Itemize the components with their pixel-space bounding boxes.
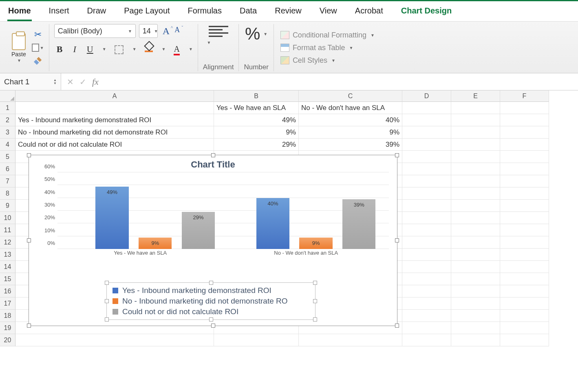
- legend-item[interactable]: No - Inbound marketing did not demonstra…: [113, 296, 309, 306]
- tab-review[interactable]: Review: [274, 4, 302, 21]
- cell[interactable]: [402, 236, 451, 249]
- cell[interactable]: [402, 163, 451, 175]
- cell[interactable]: [451, 310, 500, 322]
- row-header[interactable]: 1: [0, 102, 15, 114]
- italic-button[interactable]: I: [71, 43, 79, 55]
- decrease-font-button[interactable]: Aˇ: [173, 25, 181, 37]
- font-name-select[interactable]: Calibri (Body) ▼: [54, 24, 136, 38]
- cell[interactable]: [451, 224, 500, 236]
- tab-formulas[interactable]: Formulas: [187, 4, 223, 21]
- cell-A2[interactable]: Yes - Inbound marketing demonstrated ROI: [15, 114, 214, 126]
- cell-E3[interactable]: [451, 126, 500, 139]
- cell[interactable]: [451, 249, 500, 261]
- number-format-button[interactable]: % ▼: [245, 24, 267, 44]
- copy-button[interactable]: ▼: [32, 42, 44, 53]
- cell[interactable]: [451, 297, 500, 310]
- resize-handle[interactable]: [105, 299, 109, 303]
- row-header[interactable]: 7: [0, 175, 15, 187]
- cell-D2[interactable]: [402, 114, 451, 126]
- cell-B2[interactable]: 49%: [214, 114, 299, 126]
- cell[interactable]: [500, 163, 549, 175]
- cell[interactable]: [500, 273, 549, 285]
- cell[interactable]: [15, 334, 214, 346]
- chart-legend[interactable]: Yes - Inbound marketing demonstrated ROI…: [106, 282, 315, 320]
- cell-C4[interactable]: 39%: [299, 139, 402, 151]
- tab-insert[interactable]: Insert: [48, 4, 70, 21]
- col-header-C[interactable]: C: [299, 90, 402, 102]
- row-header[interactable]: 4: [0, 139, 15, 151]
- tab-page-layout[interactable]: Page Layout: [123, 4, 170, 21]
- tab-data[interactable]: Data: [239, 4, 258, 21]
- cell[interactable]: [500, 310, 549, 322]
- name-box-stepper[interactable]: ▲▼: [53, 79, 57, 85]
- cell[interactable]: [451, 236, 500, 249]
- enter-formula-button[interactable]: ✓: [79, 77, 86, 87]
- bar-series1-cat1[interactable]: 49%: [95, 187, 128, 249]
- col-header-F[interactable]: F: [500, 90, 549, 102]
- tab-chart-design[interactable]: Chart Design: [400, 4, 452, 21]
- cell[interactable]: [402, 297, 451, 310]
- col-header-E[interactable]: E: [451, 90, 500, 102]
- cell[interactable]: [402, 224, 451, 236]
- cell[interactable]: [500, 297, 549, 310]
- resize-handle[interactable]: [395, 324, 399, 328]
- chart-plot-area[interactable]: 0% 10% 20% 30% 40% 50% 60%: [57, 172, 389, 258]
- cell[interactable]: [500, 212, 549, 224]
- cell[interactable]: [500, 322, 549, 334]
- cell[interactable]: [500, 200, 549, 212]
- embedded-chart[interactable]: Chart Title 0% 10% 20% 30% 40% 50% 60%: [29, 155, 397, 326]
- bar-series1-cat2[interactable]: 40%: [256, 198, 289, 249]
- fill-color-button[interactable]: [142, 43, 155, 55]
- tab-acrobat[interactable]: Acrobat: [354, 4, 384, 21]
- borders-button[interactable]: [112, 43, 126, 55]
- conditional-formatting-button[interactable]: Conditional Formatting ▼: [279, 30, 376, 40]
- cell-F1[interactable]: [500, 102, 549, 114]
- cell[interactable]: [451, 273, 500, 285]
- row-header[interactable]: 6: [0, 163, 15, 175]
- cell[interactable]: [402, 175, 451, 187]
- resize-handle[interactable]: [209, 281, 213, 285]
- cell[interactable]: [451, 151, 500, 163]
- cell-C2[interactable]: 40%: [299, 114, 402, 126]
- cell[interactable]: [451, 285, 500, 297]
- cell[interactable]: [451, 212, 500, 224]
- row-header[interactable]: 12: [0, 236, 15, 249]
- cell[interactable]: [500, 224, 549, 236]
- cell[interactable]: [500, 187, 549, 200]
- row-header[interactable]: 5: [0, 151, 15, 163]
- alignment-button[interactable]: ▼: [206, 24, 231, 45]
- cell-C1[interactable]: No - We don't have an SLA: [299, 102, 402, 114]
- cell[interactable]: [500, 151, 549, 163]
- tab-draw[interactable]: Draw: [86, 4, 107, 21]
- cell-A4[interactable]: Could not or did not calculate ROI: [15, 139, 214, 151]
- cell-D1[interactable]: [402, 102, 451, 114]
- cell[interactable]: [500, 249, 549, 261]
- resize-handle[interactable]: [313, 281, 317, 285]
- cell[interactable]: [500, 261, 549, 273]
- bar-series3-cat1[interactable]: 29%: [182, 212, 215, 249]
- cell-E1[interactable]: [451, 102, 500, 114]
- cell-B3[interactable]: 9%: [214, 126, 299, 139]
- increase-font-button[interactable]: A^: [161, 25, 171, 37]
- cell[interactable]: [451, 200, 500, 212]
- row-header[interactable]: 17: [0, 297, 15, 310]
- cell[interactable]: [451, 175, 500, 187]
- bold-button[interactable]: B: [54, 43, 65, 55]
- row-header[interactable]: 15: [0, 273, 15, 285]
- row-header[interactable]: 10: [0, 212, 15, 224]
- cell[interactable]: [500, 334, 549, 346]
- cell[interactable]: [451, 163, 500, 175]
- row-header[interactable]: 18: [0, 310, 15, 322]
- resize-handle[interactable]: [395, 153, 399, 157]
- cell-C3[interactable]: 9%: [299, 126, 402, 139]
- row-header[interactable]: 20: [0, 334, 15, 346]
- cell-D4[interactable]: [402, 139, 451, 151]
- cell-A1[interactable]: [15, 102, 214, 114]
- row-header[interactable]: 14: [0, 261, 15, 273]
- bar-series3-cat2[interactable]: 39%: [342, 199, 375, 249]
- underline-button[interactable]: U: [84, 43, 96, 55]
- cell[interactable]: [402, 151, 451, 163]
- row-header[interactable]: 3: [0, 126, 15, 139]
- format-painter-button[interactable]: [32, 55, 44, 66]
- cell[interactable]: [451, 261, 500, 273]
